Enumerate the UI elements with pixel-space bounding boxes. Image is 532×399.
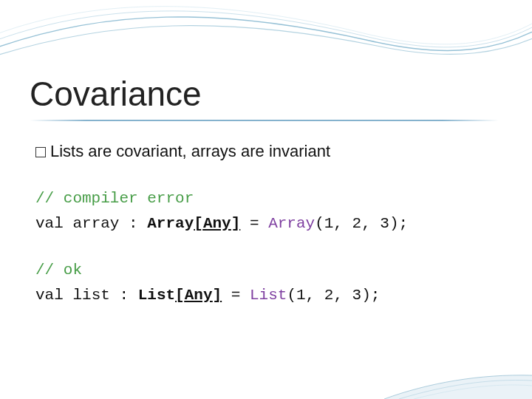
bullet-text: Lists are covariant, arrays are invarian… xyxy=(50,142,330,160)
slide-title: Covariance xyxy=(30,74,502,114)
code-type-open: [ xyxy=(194,215,203,232)
code-type-open: [ xyxy=(175,287,185,304)
code-colon: : xyxy=(129,215,138,232)
code-colon: : xyxy=(119,287,129,304)
code-type-name: Array xyxy=(147,215,194,232)
code-ident: array xyxy=(72,215,119,232)
code-keyword-val: val xyxy=(35,287,64,304)
title-underline xyxy=(30,120,499,121)
code-type-param: Any xyxy=(185,287,213,304)
code-args: (1, 2, 3); xyxy=(287,287,380,304)
code-block-2: // ok val list : List[Any] = List(1, 2, … xyxy=(30,258,502,307)
code-call: Array xyxy=(268,215,315,232)
code-type-close: ] xyxy=(213,287,222,304)
bullet-marker-icon xyxy=(35,147,46,157)
code-call: List xyxy=(250,287,287,304)
code-type-param: Any xyxy=(203,215,231,232)
code-type-close: ] xyxy=(231,215,241,232)
code-comment: // compiler error xyxy=(35,190,194,207)
code-eq: = xyxy=(231,287,241,304)
code-comment: // ok xyxy=(35,262,82,279)
code-eq: = xyxy=(250,215,259,232)
code-type-name: List xyxy=(138,287,175,304)
bullet-line: Lists are covariant, arrays are invarian… xyxy=(30,142,502,161)
code-args: (1, 2, 3); xyxy=(315,215,408,232)
code-keyword-val: val xyxy=(35,215,64,232)
code-ident: list xyxy=(72,287,109,304)
code-block-1: // compiler error val array : Array[Any]… xyxy=(30,186,502,236)
